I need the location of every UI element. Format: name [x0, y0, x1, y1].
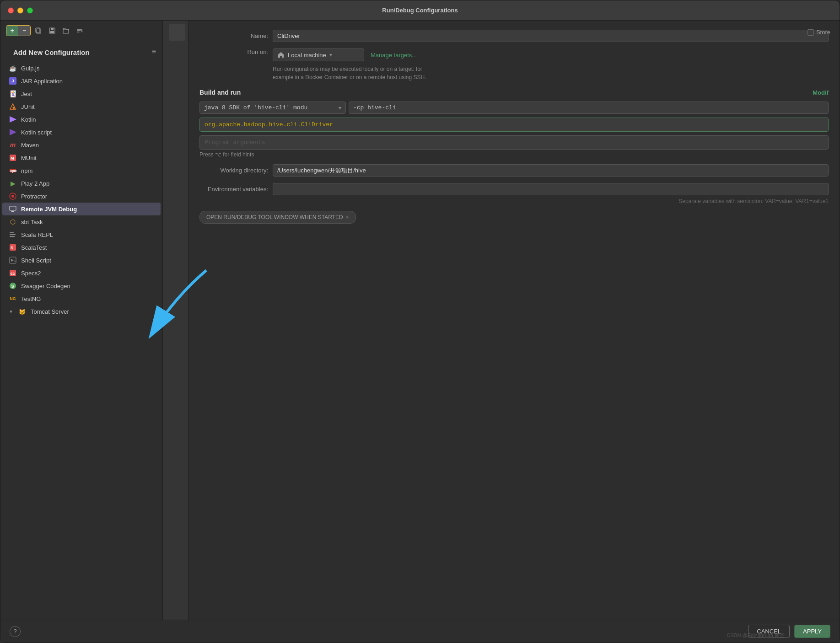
run-on-description: Run configurations may be executed local…: [273, 65, 829, 81]
sidebar-item-label: Scala REPL: [21, 231, 53, 238]
copy-configuration-button[interactable]: [32, 26, 44, 36]
window-title: Run/Debug Configurations: [382, 7, 458, 14]
sidebar-list: ☕ Gulp.js J JAR Application 🃏 Jest: [0, 60, 162, 620]
sidebar-item-jar[interactable]: J JAR Application: [2, 75, 161, 87]
help-button[interactable]: ?: [10, 626, 21, 637]
manage-targets-link[interactable]: Manage targets...: [371, 48, 417, 59]
specs2-icon: S2: [9, 269, 17, 277]
sidebar-item-kotlin[interactable]: Kotlin: [2, 113, 161, 126]
sidebar-item-label: Remote JVM Debug: [21, 206, 77, 213]
sdk-dropdown[interactable]: java 8 SDK of 'hive-cli' modu ▾: [199, 102, 346, 114]
cp-field: -cp hive-cli: [349, 102, 829, 114]
svg-text:M: M: [11, 156, 14, 161]
name-label: Name:: [199, 32, 268, 39]
sidebar-item-maven[interactable]: m Maven: [2, 139, 161, 151]
save-configuration-button[interactable]: [46, 26, 58, 36]
sidebar-item-scalatest[interactable]: S ScalaTest: [2, 241, 161, 254]
sidebar-item-testng[interactable]: NG TestNG: [2, 292, 161, 305]
sidebar-item-play2[interactable]: ▶ Play 2 App: [2, 177, 161, 190]
scroll-indicator-top: [169, 24, 185, 41]
shell-script-icon: [9, 256, 17, 264]
junit-icon: ◆: [9, 102, 17, 111]
name-row: Name:: [199, 30, 829, 42]
name-input[interactable]: [273, 30, 829, 42]
minimize-button[interactable]: [17, 7, 23, 13]
modify-link[interactable]: Modif: [813, 89, 829, 96]
svg-rect-16: [11, 211, 14, 212]
open-run-debug-button[interactable]: OPEN RUN/DEBUG TOOL WINDOW WHEN STARTED …: [199, 211, 356, 224]
sidebar-item-label: JAR Application: [21, 78, 63, 85]
svg-rect-3: [51, 28, 54, 30]
sidebar-item-label: TestNG: [21, 295, 41, 302]
sidebar-item-scalarepl[interactable]: Scala REPL: [2, 228, 161, 241]
sort-button[interactable]: [74, 26, 86, 36]
run-on-dropdown[interactable]: Local machine ▾: [273, 48, 364, 61]
run-debug-config-window: Run/Debug Configurations + −: [0, 0, 840, 643]
kotlin-icon: [9, 115, 17, 123]
sidebar-item-label: Play 2 App: [21, 180, 49, 187]
svg-rect-20: [10, 236, 15, 237]
npm-icon: npm: [9, 166, 17, 175]
scala-test-icon: S: [9, 243, 17, 252]
sidebar-item-label: ScalaTest: [21, 244, 47, 251]
svg-text:S2: S2: [11, 272, 15, 276]
svg-marker-7: [10, 116, 16, 123]
env-vars-input[interactable]: [273, 183, 829, 195]
svg-text:S: S: [11, 246, 13, 250]
sidebar-item-swagger[interactable]: S Swagger Codegen: [2, 279, 161, 292]
sidebar-item-junit[interactable]: ◆ JUnit: [2, 100, 161, 113]
sidebar-item-tomcat[interactable]: ▼ 🐱 Tomcat Server: [2, 305, 161, 318]
svg-text:npm: npm: [10, 169, 16, 173]
program-args-field[interactable]: Program arguments: [199, 135, 829, 150]
close-icon[interactable]: ×: [346, 214, 349, 220]
store-area: Store: [808, 29, 830, 36]
sidebar-item-jest[interactable]: 🃏 Jest: [2, 87, 161, 100]
testng-icon: NG: [9, 295, 17, 303]
sidebar-item-label: Swagger Codegen: [21, 283, 70, 289]
main-class-field[interactable]: org.apache.hadoop.hive.cli.CliDriver: [199, 118, 829, 132]
play2-icon: ▶: [9, 179, 17, 188]
sidebar-item-sbt[interactable]: ⬡ sbt Task: [2, 215, 161, 228]
sidebar-item-remotejvm[interactable]: Remote JVM Debug: [2, 203, 161, 215]
sidebar-item-protractor[interactable]: Protractor: [2, 190, 161, 203]
svg-marker-24: [11, 259, 14, 262]
sidebar-item-npm[interactable]: npm npm: [2, 164, 161, 177]
sidebar: + − Add New Configuration ≡: [0, 21, 163, 620]
scroll-rail: [166, 21, 188, 620]
folder-button[interactable]: [60, 26, 72, 36]
program-args-placeholder: Program arguments: [205, 139, 265, 146]
scala-repl-icon: [9, 230, 17, 239]
env-vars-hint: Separate variables with semicolon: VAR=v…: [199, 198, 829, 204]
tomcat-icon: 🐱: [18, 307, 27, 316]
store-checkbox[interactable]: [808, 29, 814, 36]
sidebar-item-specs2[interactable]: S2 Specs2: [2, 267, 161, 279]
sidebar-item-kotlin-script[interactable]: Kotlin script: [2, 126, 161, 139]
add-configuration-button[interactable]: +: [6, 26, 18, 36]
svg-rect-17: [11, 212, 15, 212]
chevron-down-icon: ▾: [329, 52, 332, 58]
sidebar-toolbar: + −: [0, 21, 162, 41]
sidebar-item-label: Gulp.js: [21, 65, 39, 72]
jar-icon: J: [9, 77, 17, 85]
working-dir-input[interactable]: [273, 164, 829, 177]
sidebar-item-label: Kotlin: [21, 116, 36, 123]
store-label: Store: [816, 29, 830, 36]
sidebar-item-gulp[interactable]: ☕ Gulp.js: [2, 62, 161, 75]
add-new-config-label: Add New Configuration: [7, 44, 96, 59]
sidebar-item-munit[interactable]: M MUnit: [2, 151, 161, 164]
sidebar-item-label: JUnit: [21, 103, 35, 110]
svg-text:◆: ◆: [12, 106, 16, 110]
filter-icon[interactable]: ≡: [152, 48, 156, 56]
open-run-debug-label: OPEN RUN/DEBUG TOOL WINDOW WHEN STARTED: [206, 214, 343, 220]
close-button[interactable]: [8, 7, 14, 13]
sidebar-item-shellscript[interactable]: Shell Script: [2, 254, 161, 267]
svg-text:S: S: [11, 284, 14, 289]
maximize-button[interactable]: [27, 7, 33, 13]
remove-configuration-button[interactable]: −: [18, 26, 30, 36]
run-on-value: Local machine: [288, 52, 326, 59]
sidebar-item-label: MUnit: [21, 155, 37, 161]
apply-button[interactable]: APPLY: [794, 625, 830, 638]
svg-rect-4: [50, 31, 54, 33]
gulp-icon: ☕: [9, 64, 17, 72]
working-dir-label: Working directory:: [199, 167, 268, 174]
